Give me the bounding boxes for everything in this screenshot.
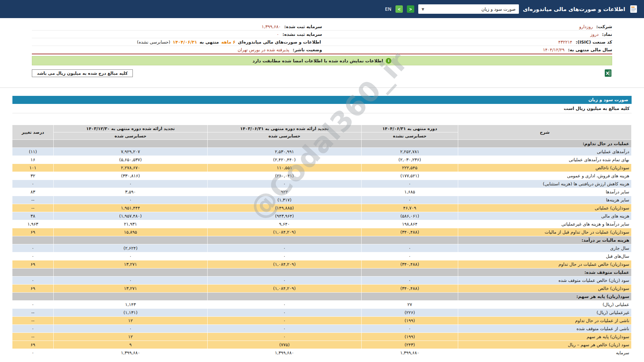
empty-cell [208, 293, 362, 301]
fiscal-year-value: ۱۴۰۴/۱۲/۲۹ [543, 47, 565, 52]
value-cell: ۰ [208, 277, 362, 285]
language-toggle[interactable]: EN [385, 6, 391, 12]
value-cell: ۰ [208, 301, 362, 309]
change-value: ۰ [12, 325, 54, 333]
next-statement-button[interactable]: > [407, 5, 414, 13]
value-cell: ۰ [208, 180, 362, 188]
header-restated-annual: تجدید ارائه شده دوره منتهی به ۱۴۰۳/۱۲/۳۰ [54, 125, 208, 132]
value-cell: ۰ [362, 196, 458, 204]
value-cell: (۵,۶۵۰,۵۳۷) [54, 156, 208, 164]
company-info-row: نماد: دروز سرمایه ثبت نشده: ۰ [32, 31, 612, 38]
row-label: ناشی از عملیات متوقف شده [458, 325, 632, 333]
excel-export-icon[interactable]: X [604, 69, 612, 77]
header-current-period: دوره منتهی به ۱۴۰۴/۰۶/۳۱ [362, 125, 458, 132]
empty-cell [54, 268, 208, 277]
report-period-line: اطلاعات و صورت‌های مالی میاندوره‌ای ۶ ما… [32, 40, 322, 45]
value-cell: ۰ [208, 317, 362, 325]
empty-cell [362, 236, 458, 244]
table-row: سرمایه۱,۳۹۹,۶۸۰۱,۳۹۹,۶۸۰۱,۳۹۹,۶۸۰۰ [12, 349, 632, 357]
value-cell: (۲۴۳) [362, 341, 458, 349]
unregistered-capital-label: سرمایه ثبت نشده: [282, 32, 322, 37]
section-row: سود(زیان) پایه هر سهم: [12, 293, 632, 301]
change-value: ۱۰۱ [12, 164, 54, 172]
value-cell: ۱,۱۴۳ [54, 301, 208, 309]
report-middle: منتهی به [200, 40, 219, 45]
change-value: ۰ [12, 180, 54, 188]
value-cell: (۲,۶۲۴) [54, 244, 208, 252]
row-label: ناشی از عملیات در حال تداوم [458, 317, 632, 325]
statement-select-value: صورت سود و زیان [481, 7, 516, 12]
value-cell: (۱,۹۵۷,۴۸۰) [54, 212, 208, 220]
value-cell: ۰ [208, 252, 362, 260]
table-row: سایر هزینه‌ها۰(۱,۳۱۷)۰-- [12, 196, 632, 204]
section-row: هزینه مالیات بر درآمد: [12, 236, 632, 244]
change-value: ۰ [12, 349, 54, 357]
value-cell: ۲۷ [362, 301, 458, 309]
value-cell: (۹۴۳,۹۶۴) [208, 212, 362, 220]
signature-match-bar: i اطلاعات نمایش داده شده با اطلاعات امضا… [32, 56, 612, 65]
change-value: -- [12, 309, 54, 317]
company-info: شرکت: روزدارو سرمایه ثبت شده: ۱,۳۹۹,۶۸۰ … [32, 23, 612, 54]
symbol-value: دروز [590, 32, 599, 37]
issuer-status-label: وضعیت ناشر: [293, 47, 322, 52]
row-label: سود (زیان) خالص هر سهم – ریال [458, 341, 632, 349]
fiscal-year-label: سال مالی منتهی به: [568, 47, 612, 52]
report-prefix: اطلاعات و صورت‌های مالی میاندوره‌ای [238, 40, 321, 45]
section-row: عملیات متوقف شده: [12, 268, 632, 277]
value-cell: (۱,۳۱۷) [208, 196, 362, 204]
value-cell: (۱۹۹) [362, 333, 458, 341]
change-value: (۱۱) [12, 148, 54, 156]
row-label: سرمایه [458, 349, 632, 357]
empty-cell [12, 268, 54, 277]
prev-statement-button[interactable]: < [395, 5, 403, 13]
empty-cell [362, 293, 458, 301]
signature-match-text: اطلاعات نمایش داده شده با اطلاعات امضا ش… [253, 58, 383, 63]
value-cell: ۰ [54, 252, 208, 260]
row-label: درآمدهای عملیاتی [458, 148, 632, 156]
value-cell: ۱,۶۸۵ [362, 188, 458, 196]
section-label: سود(زیان) پایه هر سهم: [458, 293, 632, 301]
value-cell: (۳۴۰,۴۸۸) [362, 260, 458, 268]
change-value: -- [12, 204, 54, 212]
row-label: سایر درآمدها [458, 188, 632, 196]
row-label: سایر هزینه‌ها [458, 196, 632, 204]
value-cell: ۰ [54, 180, 208, 188]
empty-cell [12, 236, 54, 244]
issuer-status-value: پذیرفته شده در بورس تهران [238, 47, 289, 52]
change-value: ۰ [12, 277, 54, 285]
report-audit-status: (حسابرسی نشده) [137, 40, 170, 45]
section-label: عملیات متوقف شده: [458, 268, 632, 277]
table-header: شرح دوره منتهی به ۱۴۰۴/۰۶/۳۱ تجدید ارائه… [12, 125, 632, 140]
chevron-down-icon: ▼ [422, 7, 424, 11]
row-label: سود(زیان) ناخالص [458, 164, 632, 172]
change-value: ۶۹ [12, 341, 54, 349]
report-period: ۶ ماهه [221, 40, 235, 45]
svg-text:X: X [606, 71, 609, 76]
info-icon: i [386, 58, 391, 64]
statement-table-body: عملیات در حال تداوم:درآمدهای عملیاتی۲,۲۵… [12, 140, 632, 357]
table-row: سایر درآمدها۱,۶۸۵۹۲۲۳,۵۹۰۸۳ [12, 188, 632, 196]
row-label: بهای تمام شده درآمدهای عملیاتی [458, 156, 632, 164]
value-cell: (۱,۰۸۴,۲۰۹) [208, 228, 362, 236]
statement-units-note: کلیه مبالغ به میلیون ریال است [12, 104, 632, 113]
value-cell: ۰ [208, 309, 362, 317]
change-value: -- [12, 333, 54, 341]
isic-label: کد صنعت (ISIC): [576, 40, 612, 45]
statement-select[interactable]: صورت سود و زیان ▼ [418, 4, 519, 14]
table-row: سال‌های قبل۰۰۰۰ [12, 252, 632, 260]
section-row: عملیات در حال تداوم: [12, 140, 632, 148]
table-row: هزینه های فروش، اداری و عمومی(۱۷۷,۵۲۱)(۲… [12, 172, 632, 180]
table-row: ناشی از عملیات متوقف شده۰۰۰۰ [12, 325, 632, 333]
value-cell: ۴۶,۷۰۹ [362, 204, 458, 212]
change-value: ۶۹ [12, 228, 54, 236]
row-label: عملیاتی (ریال) [458, 301, 632, 309]
value-cell: ۰ [362, 244, 458, 252]
table-row: هزینه های مالی(۵۸۶,۰۶۱)(۹۴۳,۹۶۴)(۱,۹۵۷,۴… [12, 212, 632, 220]
change-value: ۶۹ [12, 260, 54, 268]
table-row: سود(زیان) عملیات در حال تداوم قبل از مال… [12, 228, 632, 236]
row-label: سود(زیان) خالص [458, 285, 632, 293]
value-cell: ۳,۵۹۰ [54, 188, 208, 196]
row-label: سال جاری [458, 244, 632, 252]
table-row: غیرعملیاتی (ریال)(۲۲۶)۰(۱,۱۳۱)-- [12, 309, 632, 317]
row-label: سال‌های قبل [458, 252, 632, 260]
